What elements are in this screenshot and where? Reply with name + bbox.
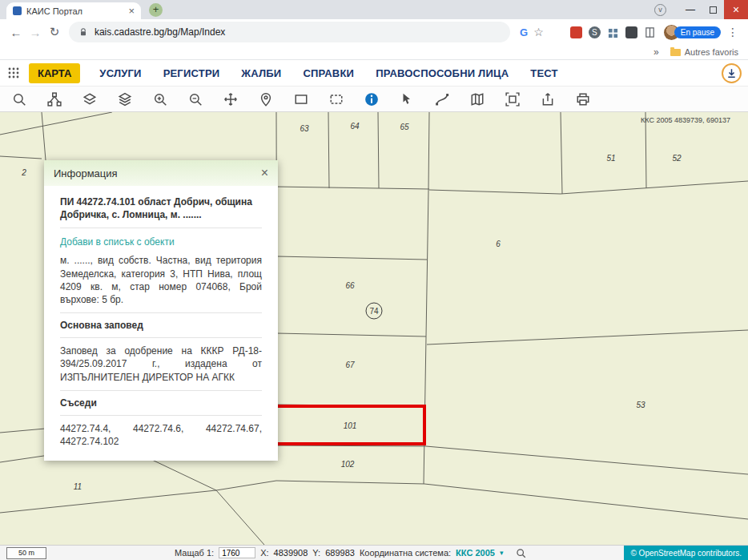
tool-base-layers-button[interactable] [117, 91, 133, 107]
draw-line-icon [435, 92, 449, 107]
nav-item-karta[interactable]: КАРТА [29, 63, 80, 83]
window-controls: v — × [654, 0, 748, 19]
tool-print-button[interactable] [575, 91, 591, 107]
add-to-list-link[interactable]: Добави в списък с обекти [60, 236, 175, 248]
neighbors-text: 44272.74.4, 44272.74.6, 44272.74.67, 442… [60, 422, 262, 448]
minimize-button[interactable]: — [679, 0, 702, 19]
order-section-heading: Основна заповед [60, 320, 262, 331]
tool-extent-button[interactable] [505, 91, 521, 107]
status-center: Мащаб 1: X: 4839908 Y: 689983 Координатн… [175, 547, 526, 558]
profile-chip[interactable]: En pause [664, 25, 721, 40]
extension-icon[interactable] [625, 26, 637, 38]
divider [60, 228, 262, 228]
info-popup-header[interactable]: Информация × [44, 160, 278, 186]
browser-tab[interactable]: КАИС Портал × [6, 2, 141, 19]
divider [60, 390, 262, 391]
browser-address-row: ← → ↻ kais.cadastre.bg/bg/Map/Index G ☆ … [0, 19, 748, 45]
nav-item-spravki[interactable]: СПРАВКИ [303, 67, 354, 79]
site-favicon-icon [13, 6, 22, 15]
osm-attribution[interactable]: © OpenStreetMap contributors. [624, 546, 748, 560]
tool-zoom-out-button[interactable] [187, 91, 203, 107]
info-popup-body: ПИ 44272.74.101 област Добрич, община До… [44, 186, 278, 461]
extent-icon [505, 92, 520, 107]
tool-legend-button[interactable] [469, 91, 485, 107]
extension-s-icon[interactable]: S [589, 26, 601, 38]
x-value: 4839908 [274, 548, 308, 558]
y-label: Y: [312, 548, 320, 558]
map-toolbar [0, 87, 748, 112]
other-bookmarks-label: Autres favoris [685, 47, 738, 57]
back-button[interactable]: ← [6, 22, 26, 42]
coordinate-search-button[interactable] [516, 548, 526, 558]
forward-button[interactable]: → [26, 22, 45, 42]
search-icon [516, 548, 526, 558]
crs-dropdown-icon[interactable]: ▾ [500, 549, 504, 557]
tool-draw-button[interactable] [434, 91, 450, 107]
bookmark-star-icon[interactable]: ☆ [533, 26, 544, 38]
marker-icon [259, 92, 273, 107]
maximize-button[interactable] [702, 0, 724, 19]
scale-input[interactable] [219, 547, 255, 558]
rectangle-icon [294, 92, 308, 107]
map-book-icon [470, 92, 485, 107]
folder-icon [670, 49, 681, 56]
url-text: kais.cadastre.bg/bg/Map/Index [95, 26, 225, 38]
extension-grid-icon[interactable] [607, 26, 619, 38]
map-coordinates-readout: ККС 2005 4839739, 690137 [641, 116, 730, 124]
neighbors-section-heading: Съседи [60, 397, 262, 409]
tab-title: КАИС Портал [26, 6, 123, 16]
info-popup: Информация × ПИ 44272.74.101 област Добр… [44, 160, 278, 461]
google-icon[interactable]: G [520, 26, 528, 38]
tool-marker-button[interactable] [258, 91, 274, 107]
bookmarks-overflow-icon[interactable]: » [653, 46, 659, 58]
tool-search-button[interactable] [11, 91, 27, 107]
nav-item-uslugi[interactable]: УСЛУГИ [99, 67, 141, 79]
parcel-object-title: ПИ 44272.74.101 област Добрич, община До… [60, 195, 262, 221]
tab-search-chevron-icon[interactable]: v [654, 4, 666, 16]
extension-book-icon[interactable] [644, 26, 656, 38]
divider [60, 415, 262, 416]
crs-label: Координатна система: [360, 548, 451, 558]
tool-export-button[interactable] [540, 91, 556, 107]
nav-item-test[interactable]: ТЕСТ [530, 67, 557, 79]
tool-info-button[interactable] [364, 91, 380, 107]
browser-menu-icon[interactable]: ⋮ [727, 26, 738, 38]
tool-topology-button[interactable] [46, 91, 62, 107]
ublock-extension-icon[interactable] [570, 26, 582, 38]
browser-tab-strip: КАИС Портал × + v — × [0, 0, 748, 19]
tool-layers-button[interactable] [82, 91, 98, 107]
reload-button[interactable]: ↻ [45, 22, 64, 42]
dashed-rectangle-icon [329, 92, 344, 107]
popup-close-icon[interactable]: × [261, 167, 268, 179]
nav-item-zhalbi[interactable]: ЖАЛБИ [241, 67, 281, 79]
map-status-bar: 50 m Мащаб 1: X: 4839908 Y: 689983 Коорд… [0, 545, 748, 560]
tool-zoom-in-button[interactable] [152, 91, 168, 107]
layers-icon [82, 92, 97, 107]
download-icon [726, 67, 738, 79]
y-value: 689983 [325, 548, 355, 558]
tool-select-features-button[interactable] [399, 91, 415, 107]
map-scalebar: 50 m [6, 547, 46, 559]
pan-icon [223, 92, 238, 107]
info-icon [364, 92, 379, 107]
x-label: X: [260, 548, 268, 558]
tool-rect-select-button[interactable] [293, 91, 309, 107]
nav-item-pravosposobni-lica[interactable]: ПРАВОСПОСОБНИ ЛИЦА [376, 67, 509, 79]
address-bar[interactable]: kais.cadastre.bg/bg/Map/Index [69, 22, 510, 42]
apps-grid-icon[interactable] [8, 67, 19, 79]
download-button[interactable] [722, 63, 742, 83]
nav-item-registri[interactable]: РЕГИСТРИ [163, 67, 220, 79]
export-icon [541, 92, 555, 107]
search-icon [12, 92, 26, 107]
tab-close-icon[interactable]: × [128, 6, 135, 16]
other-bookmarks-button[interactable]: Autres favoris [670, 47, 738, 57]
tool-rect-zoom-button[interactable] [328, 91, 344, 107]
tool-pan-button[interactable] [223, 91, 239, 107]
bookmarks-bar: » Autres favoris [0, 45, 748, 60]
print-icon [576, 92, 590, 107]
map-canvas[interactable]: 6364652515266674675310110211 ККС 2005 48… [0, 112, 748, 545]
new-tab-button[interactable]: + [149, 3, 163, 17]
close-window-button[interactable]: × [724, 0, 748, 19]
crs-selector[interactable]: ККС 2005 [456, 548, 495, 558]
lock-icon [78, 27, 88, 37]
